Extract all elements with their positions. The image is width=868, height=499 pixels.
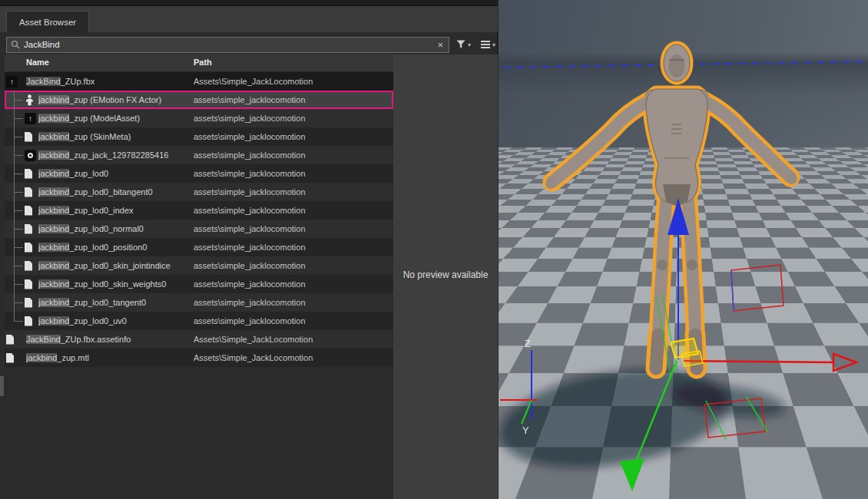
asset-name: jackbind_zup (EMotion FX Actor): [38, 91, 203, 109]
asset-icon-slot: [25, 201, 32, 220]
tree-branch: [14, 229, 23, 230]
tree-line: [14, 127, 15, 137]
asset-path: assets\simple_jacklocomotion: [194, 256, 392, 275]
view-options-button[interactable]: ▾: [478, 36, 499, 53]
asset-row[interactable]: jackbind_zup (SkinMeta) assets\simple_ja…: [5, 127, 393, 146]
asset-row[interactable]: jackbind_zup_lod0_uv0 assets\simple_jack…: [5, 312, 393, 330]
asset-row[interactable]: JackBind_ZUp.fbx.assetinfo Assets\Simple…: [5, 330, 393, 349]
tree-line: [14, 201, 15, 210]
filter-button[interactable]: ▾: [453, 36, 474, 53]
asset-name: JackBind_ZUp.fbx.assetinfo: [26, 330, 190, 349]
gizmo-plane-handle-2[interactable]: [681, 351, 703, 366]
tree-branch: [14, 173, 23, 174]
asset-name: JackBind_ZUp.fbx: [26, 72, 190, 91]
asset-icon-slot: [25, 256, 32, 275]
asset-name: jackbind_zup (SkinMeta): [38, 127, 203, 146]
asset-icon-slot: [25, 275, 32, 293]
asset-browser-panel: Asset Browser × ▾ ▾: [0, 0, 498, 499]
asset-row[interactable]: jackbind_zup_lod0_index assets\simple_ja…: [5, 201, 393, 220]
asset-row[interactable]: jackbind_zup_lod0_bitangent0 assets\simp…: [5, 183, 393, 201]
tree-branch: [14, 210, 23, 211]
asset-icon-slot: [25, 220, 32, 238]
asset-path: assets\simple_jacklocomotion: [194, 146, 392, 164]
gizmo-x-arrowhead[interactable]: [833, 354, 856, 371]
tree-line: [14, 302, 15, 312]
character-model[interactable]: [545, 45, 797, 368]
tree-line: [14, 183, 15, 192]
application-window: Asset Browser × ▾ ▾: [0, 0, 868, 499]
asset-name: jackbind_zup_jack_129782285416: [38, 146, 203, 164]
asset-icon-slot: [25, 183, 32, 201]
tree-line: [14, 164, 15, 173]
asset-icon-slot: [6, 349, 14, 367]
viewport-3d[interactable]: Z Y: [499, 0, 868, 499]
clear-search-icon[interactable]: ×: [436, 40, 445, 50]
asset-icon-slot: [6, 330, 14, 349]
asset-icon-slot: [25, 91, 35, 109]
search-input[interactable]: [20, 40, 436, 49]
tree-line: [14, 118, 15, 127]
asset-name: jackbind_zup_lod0_normal0: [38, 220, 203, 238]
tree-line: [14, 293, 15, 302]
asset-path: assets\simple_jacklocomotion: [194, 312, 392, 330]
filter-icon: [456, 40, 465, 49]
asset-path: assets\simple_jacklocomotion: [194, 220, 392, 238]
window-top-strip: [0, 0, 498, 6]
asset-path: Assets\Simple_JackLocomotion: [194, 330, 392, 349]
asset-icon-slot: [25, 146, 36, 164]
tree-line: [14, 284, 15, 293]
asset-path: assets\simple_jacklocomotion: [194, 293, 392, 312]
asset-row[interactable]: jackbind_zup_jack_129782285416 assets\si…: [5, 146, 393, 164]
tree-line: [14, 229, 15, 238]
file-icon: [25, 132, 32, 142]
asset-row[interactable]: ↑ jackbind_zup (ModelAsset) assets\simpl…: [5, 109, 393, 127]
tree-line: [14, 109, 15, 118]
material-icon: [25, 150, 36, 161]
file-icon: [25, 224, 32, 234]
column-header-path[interactable]: Path: [194, 58, 212, 67]
file-icon: [25, 169, 32, 179]
asset-icon-slot: [25, 312, 32, 330]
tab-asset-browser[interactable]: Asset Browser: [6, 11, 89, 32]
tree-line: [14, 256, 15, 266]
asset-name: jackbind_zup_lod0: [38, 164, 203, 183]
tree-line: [14, 173, 15, 183]
asset-row[interactable]: jackbind_zup_lod0 assets\simple_jackloco…: [5, 164, 393, 183]
asset-icon-slot: [25, 238, 32, 256]
fbx-icon: ↑: [6, 76, 18, 88]
tree-line: [14, 247, 15, 256]
column-header-name[interactable]: Name: [26, 58, 49, 67]
tree-branch: [14, 155, 23, 156]
asset-name: jackbind_zup_lod0_uv0: [38, 312, 203, 330]
tree-line: [14, 146, 15, 155]
tab-bar: Asset Browser: [0, 6, 498, 32]
asset-row[interactable]: ↑ JackBind_ZUp.fbx Assets\Simple_JackLoc…: [5, 72, 393, 91]
asset-name: jackbind_zup.mtl: [26, 349, 190, 367]
menu-icon: [481, 39, 490, 50]
tree-branch: [14, 100, 23, 101]
asset-icon-slot: [25, 164, 32, 183]
asset-path: assets\simple_jacklocomotion: [194, 109, 392, 127]
tree-branch: [14, 321, 23, 322]
file-icon: [6, 335, 14, 345]
asset-row[interactable]: jackbind_zup_lod0_position0 assets\simpl…: [5, 238, 393, 256]
asset-path: assets\simple_jacklocomotion: [194, 238, 392, 256]
actor-icon: [25, 94, 35, 106]
asset-row[interactable]: jackbind_zup_lod0_normal0 assets\simple_…: [5, 220, 393, 238]
asset-name: jackbind_zup_lod0_skin_weights0: [38, 275, 203, 293]
tree-line: [14, 137, 15, 146]
tree-line: [14, 100, 15, 109]
asset-row[interactable]: jackbind_zup_lod0_tangent0 assets\simple…: [5, 293, 393, 312]
asset-row[interactable]: jackbind_zup_lod0_skin_weights0 assets\s…: [5, 275, 393, 293]
collapsed-panel-handle[interactable]: [0, 376, 4, 396]
asset-path: assets\simple_jacklocomotion: [194, 127, 392, 146]
asset-row[interactable]: jackbind_zup (EMotion FX Actor) assets\s…: [5, 91, 393, 109]
gizmo-y-cone[interactable]: [620, 458, 644, 491]
tree-line: [14, 312, 15, 321]
tree-line: [14, 266, 15, 275]
tree-line: [14, 210, 15, 220]
tree-branch: [14, 266, 23, 266]
asset-row[interactable]: jackbind_zup_lod0_skin_jointindice asset…: [5, 256, 393, 275]
asset-row[interactable]: jackbind_zup.mtl Assets\Simple_JackLocom…: [5, 349, 393, 367]
asset-icon-slot: [25, 293, 32, 312]
